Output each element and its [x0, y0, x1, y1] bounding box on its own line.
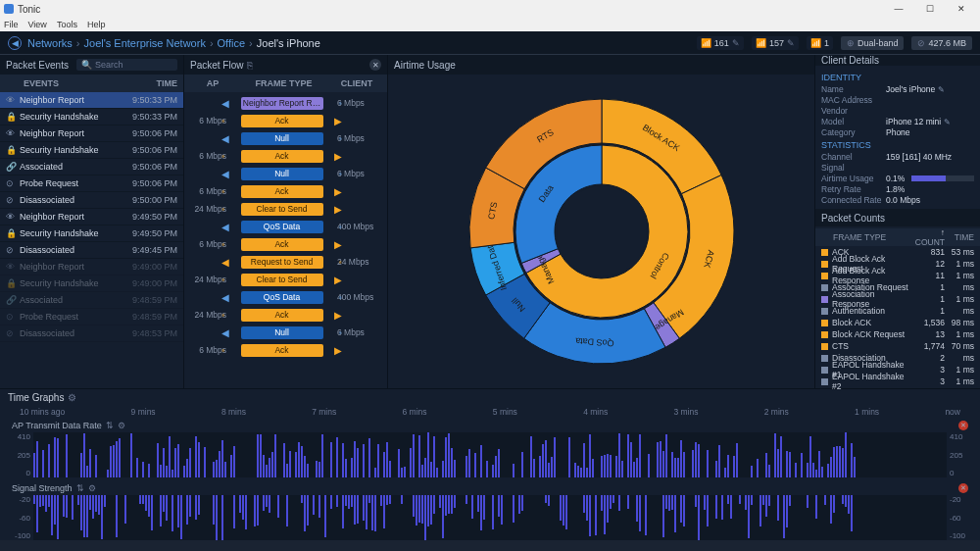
- count-row[interactable]: EAPOL Handshake #231 ms: [821, 376, 974, 387]
- menu-view[interactable]: View: [28, 20, 47, 29]
- time-ruler: 10 mins ago9 mins8 mins7 mins6 mins5 min…: [0, 405, 980, 419]
- count-row[interactable]: Block ACK Request131 ms: [821, 328, 974, 340]
- flow-bar: Neighbor Report R…: [241, 97, 323, 110]
- flow-row[interactable]: 6 Mbps•Ack▶: [184, 341, 387, 359]
- flow-bar: Null: [241, 132, 323, 145]
- menu-file[interactable]: File: [4, 20, 19, 29]
- breadcrumb: Networks› Joel's Enterprise Network› Off…: [27, 37, 320, 49]
- color-swatch: [821, 355, 828, 362]
- count-row[interactable]: Authentication1ms: [821, 305, 974, 317]
- flow-row[interactable]: 24 Mbps•Clear to Send▶: [184, 200, 387, 218]
- wifi-icon: 📶: [810, 38, 821, 48]
- flow-row[interactable]: 6 Mbps•Ack▶: [184, 235, 387, 253]
- event-row[interactable]: 👁Neighbor Report9:50:33 PM: [0, 92, 183, 109]
- edit-icon[interactable]: ✎: [944, 118, 951, 126]
- search-input[interactable]: 🔍Search: [76, 59, 177, 71]
- column-header: FRAME TYPE ↑ COUNT TIME: [815, 228, 980, 246]
- event-icon: 👁: [6, 212, 20, 222]
- event-row[interactable]: ⊘Disassociated9:49:45 PM: [0, 242, 183, 259]
- airtime-panel: Airtime Usage Block ACKACKManagementQoS …: [388, 55, 815, 388]
- event-row[interactable]: ⊘Disassociated9:48:53 PM: [0, 326, 183, 342]
- crumb-networks[interactable]: Networks: [27, 37, 73, 49]
- column-header: EVENTS TIME: [0, 75, 183, 92]
- flow-list[interactable]: ◀Neighbor Report R…•6 Mbps6 Mbps•Ack▶◀Nu…: [184, 92, 387, 388]
- event-icon: 🔗: [6, 162, 20, 172]
- back-button[interactable]: ◀: [8, 36, 22, 50]
- flow-bar: Ack: [241, 309, 323, 322]
- event-row[interactable]: 👁Neighbor Report9:49:50 PM: [0, 209, 183, 225]
- wifi-indicator[interactable]: 📶1: [807, 36, 833, 50]
- wifi-indicator[interactable]: 📶161✎: [697, 36, 744, 50]
- menu-tools[interactable]: Tools: [57, 20, 77, 29]
- close-button[interactable]: ✕: [947, 1, 976, 17]
- svg-point-11: [557, 186, 647, 276]
- settings-icon[interactable]: ⚙: [68, 392, 76, 403]
- flow-row[interactable]: 6 Mbps•Ack▶: [184, 147, 387, 165]
- packet-count-list[interactable]: ACK83153 msAdd Block Ack Request121 msAd…: [821, 246, 974, 387]
- color-swatch: [821, 378, 828, 385]
- remove-graph-button[interactable]: ✕: [958, 421, 968, 430]
- y-axis: 4102050: [12, 432, 33, 477]
- crumb-office[interactable]: Office: [218, 37, 246, 49]
- menu-help[interactable]: Help: [87, 20, 106, 29]
- column-header: AP FRAME TYPE CLIENT: [184, 75, 387, 92]
- copy-icon[interactable]: ⎘: [247, 60, 253, 71]
- sort-icon[interactable]: ⇅: [106, 421, 114, 430]
- event-list[interactable]: 👁Neighbor Report9:50:33 PM🔒Security Hand…: [0, 92, 183, 388]
- maximize-button[interactable]: ☐: [915, 1, 945, 17]
- event-row[interactable]: 🔒Security Handshake9:50:06 PM: [0, 142, 183, 159]
- flow-row[interactable]: ◀Request to Send•24 Mbps: [184, 253, 387, 271]
- count-row[interactable]: CTS1,77470 ms: [821, 340, 974, 352]
- y-axis: 4102050: [947, 432, 968, 477]
- wifi-icon: 📶: [701, 38, 711, 48]
- flow-row[interactable]: ◀QoS Data•400 Mbps: [184, 218, 387, 235]
- event-row[interactable]: 🔗Associated9:48:59 PM: [0, 292, 183, 309]
- remove-graph-button[interactable]: ✕: [958, 483, 968, 493]
- event-icon: ⊙: [6, 178, 20, 188]
- flow-row[interactable]: ◀QoS Data•400 Mbps: [184, 288, 387, 306]
- client-details-panel: Client Details IDENTITY NameJoel's iPhon…: [815, 55, 980, 388]
- event-row[interactable]: 🔒Security Handshake9:49:50 PM: [0, 225, 183, 242]
- event-row[interactable]: ⊙Probe Request9:48:59 PM: [0, 309, 183, 326]
- flow-row[interactable]: 24 Mbps•Ack▶: [184, 306, 387, 324]
- color-swatch: [821, 320, 828, 326]
- graph-plot[interactable]: [33, 432, 947, 477]
- flow-row[interactable]: 6 Mbps•Ack▶: [184, 182, 387, 200]
- count-row[interactable]: Add Block Ack Response111 ms: [821, 270, 974, 281]
- flow-row[interactable]: ◀Neighbor Report R…•6 Mbps: [184, 94, 387, 112]
- titlebar: Tonic — ☐ ✕: [0, 0, 980, 18]
- graph-plot[interactable]: [33, 495, 947, 540]
- donut-chart[interactable]: Block ACKACKManagementQoS DataNullInferr…: [388, 75, 814, 388]
- event-row[interactable]: 🔒Security Handshake9:49:00 PM: [0, 276, 183, 292]
- search-icon: 🔍: [81, 60, 92, 70]
- flow-row[interactable]: 6 Mbps•Ack▶: [184, 112, 387, 129]
- close-panel-button[interactable]: ✕: [369, 59, 381, 71]
- settings-icon[interactable]: ⚙: [88, 483, 96, 493]
- band-pill[interactable]: ⊕Dual-band: [841, 36, 905, 50]
- flow-row[interactable]: 24 Mbps•Clear to Send▶: [184, 271, 387, 288]
- event-row[interactable]: ⊙Probe Request9:50:06 PM: [0, 175, 183, 192]
- flow-bar: QoS Data: [241, 221, 323, 233]
- minimize-button[interactable]: —: [884, 1, 913, 17]
- count-row[interactable]: Block ACK1,53698 ms: [821, 317, 974, 328]
- event-icon: 🔒: [6, 278, 20, 288]
- flow-row[interactable]: ◀Null•6 Mbps: [184, 129, 387, 147]
- packet-events-panel: Packet Events 🔍Search EVENTS TIME 👁Neigh…: [0, 55, 184, 388]
- y-axis: -20-60-100: [12, 495, 33, 540]
- flow-bar: Null: [241, 326, 323, 339]
- count-row[interactable]: Association Response11 ms: [821, 293, 974, 305]
- color-swatch: [821, 367, 828, 374]
- settings-icon[interactable]: ⚙: [118, 421, 125, 430]
- flow-row[interactable]: ◀Null•6 Mbps: [184, 324, 387, 341]
- event-row[interactable]: 👁Neighbor Report9:50:06 PM: [0, 125, 183, 142]
- event-row[interactable]: 🔗Associated9:50:06 PM: [0, 159, 183, 175]
- event-row[interactable]: 👁Neighbor Report9:49:00 PM: [0, 259, 183, 276]
- storage-pill[interactable]: ⊘427.6 MB: [911, 36, 972, 50]
- event-row[interactable]: ⊘Disassociated9:50:00 PM: [0, 192, 183, 209]
- edit-icon[interactable]: ✎: [938, 85, 945, 94]
- sort-icon[interactable]: ⇅: [76, 483, 84, 493]
- flow-row[interactable]: ◀Null•6 Mbps: [184, 165, 387, 182]
- crumb-enterprise[interactable]: Joel's Enterprise Network: [84, 37, 206, 49]
- wifi-indicator[interactable]: 📶157✎: [752, 36, 799, 50]
- event-row[interactable]: 🔒Security Handshake9:50:33 PM: [0, 109, 183, 125]
